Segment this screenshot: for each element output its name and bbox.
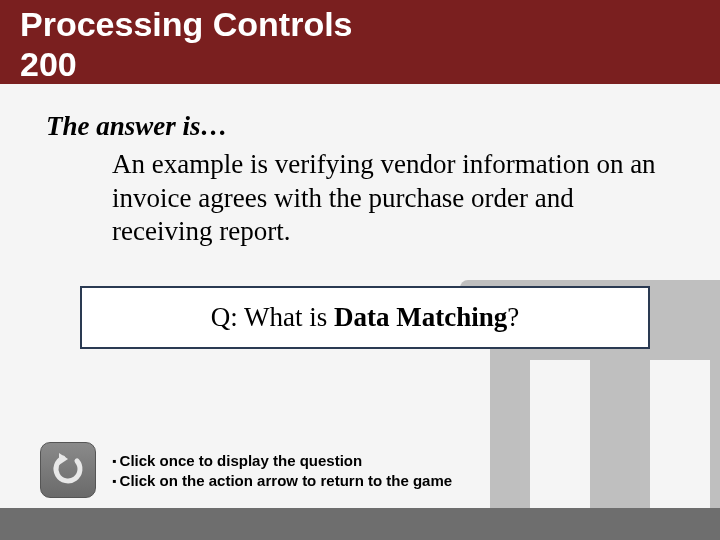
- question-prefix: Q: What is: [211, 302, 334, 332]
- footer-bar: [0, 508, 720, 540]
- question-box[interactable]: Q: What is Data Matching?: [80, 286, 650, 349]
- answer-lead: The answer is…: [46, 110, 676, 144]
- answer-block: The answer is… An example is verifying v…: [46, 110, 676, 249]
- background-pillar-graphic: [360, 220, 720, 540]
- point-value: 200: [20, 45, 77, 83]
- svg-marker-0: [59, 453, 68, 465]
- slide-header: Processing Controls 200: [0, 0, 720, 84]
- question-suffix: ?: [507, 302, 519, 332]
- return-action-button[interactable]: [40, 442, 96, 498]
- instruction-line-2: Click on the action arrow to return to t…: [112, 471, 452, 491]
- question-term: Data Matching: [334, 302, 507, 332]
- instructions-block: Click once to display the question Click…: [112, 451, 452, 492]
- answer-body: An example is verifying vendor informati…: [112, 148, 676, 249]
- instruction-line-1: Click once to display the question: [112, 451, 452, 471]
- return-arrow-icon: [49, 451, 87, 489]
- category-title: Processing Controls: [20, 5, 353, 43]
